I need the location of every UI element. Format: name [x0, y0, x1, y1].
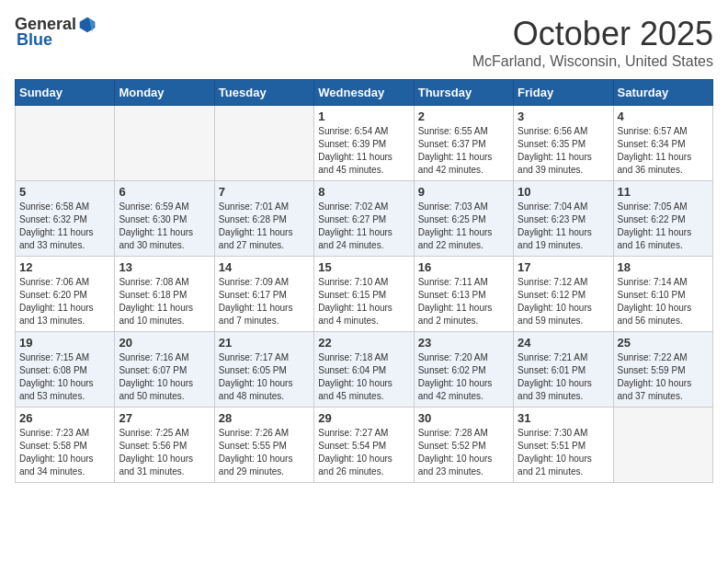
calendar-cell: 2Sunrise: 6:55 AM Sunset: 6:37 PM Daylig…	[414, 106, 513, 181]
calendar-cell	[613, 408, 712, 483]
calendar-cell: 5Sunrise: 6:58 AM Sunset: 6:32 PM Daylig…	[16, 181, 115, 257]
day-number: 19	[19, 336, 110, 350]
calendar-cell: 4Sunrise: 6:57 AM Sunset: 6:34 PM Daylig…	[613, 106, 712, 181]
calendar-cell: 15Sunrise: 7:10 AM Sunset: 6:15 PM Dayli…	[314, 257, 414, 332]
weekday-header: Saturday	[613, 80, 712, 106]
day-info: Sunrise: 7:04 AM Sunset: 6:23 PM Dayligh…	[518, 201, 609, 252]
day-number: 30	[418, 411, 509, 425]
day-number: 27	[119, 411, 210, 425]
day-number: 29	[318, 411, 409, 425]
day-number: 11	[618, 185, 709, 199]
day-number: 13	[119, 260, 210, 274]
day-number: 31	[518, 411, 609, 425]
day-info: Sunrise: 7:17 AM Sunset: 6:05 PM Dayligh…	[219, 351, 310, 403]
day-number: 18	[618, 260, 709, 274]
day-number: 4	[618, 109, 709, 123]
day-info: Sunrise: 7:12 AM Sunset: 6:12 PM Dayligh…	[518, 276, 609, 327]
day-info: Sunrise: 7:16 AM Sunset: 6:07 PM Dayligh…	[119, 351, 210, 403]
day-info: Sunrise: 7:18 AM Sunset: 6:04 PM Dayligh…	[318, 351, 409, 403]
calendar-cell: 13Sunrise: 7:08 AM Sunset: 6:18 PM Dayli…	[115, 257, 214, 332]
day-info: Sunrise: 7:21 AM Sunset: 6:01 PM Dayligh…	[518, 351, 609, 403]
calendar-table: SundayMondayTuesdayWednesdayThursdayFrid…	[15, 79, 713, 483]
weekday-header: Friday	[514, 80, 613, 106]
weekday-header: Wednesday	[314, 80, 414, 106]
day-number: 14	[219, 260, 310, 274]
day-info: Sunrise: 6:57 AM Sunset: 6:34 PM Dayligh…	[618, 125, 709, 177]
day-info: Sunrise: 6:56 AM Sunset: 6:35 PM Dayligh…	[518, 125, 609, 177]
calendar-cell: 22Sunrise: 7:18 AM Sunset: 6:04 PM Dayli…	[314, 332, 414, 408]
calendar-week-row: 5Sunrise: 6:58 AM Sunset: 6:32 PM Daylig…	[16, 181, 713, 257]
calendar-week-row: 19Sunrise: 7:15 AM Sunset: 6:08 PM Dayli…	[16, 332, 713, 408]
day-info: Sunrise: 6:58 AM Sunset: 6:32 PM Dayligh…	[19, 201, 110, 252]
calendar-cell: 24Sunrise: 7:21 AM Sunset: 6:01 PM Dayli…	[514, 332, 613, 408]
title-area: October 2025 McFarland, Wisconsin, Unite…	[472, 15, 713, 70]
calendar-cell: 7Sunrise: 7:01 AM Sunset: 6:28 PM Daylig…	[214, 181, 313, 257]
calendar-cell: 17Sunrise: 7:12 AM Sunset: 6:12 PM Dayli…	[514, 257, 613, 332]
day-number: 2	[418, 109, 509, 123]
day-info: Sunrise: 7:09 AM Sunset: 6:17 PM Dayligh…	[219, 276, 310, 327]
weekday-header: Thursday	[414, 80, 513, 106]
day-info: Sunrise: 7:27 AM Sunset: 5:54 PM Dayligh…	[318, 427, 409, 478]
calendar-cell: 27Sunrise: 7:25 AM Sunset: 5:56 PM Dayli…	[115, 408, 214, 483]
calendar-cell: 30Sunrise: 7:28 AM Sunset: 5:52 PM Dayli…	[414, 408, 513, 483]
day-info: Sunrise: 7:30 AM Sunset: 5:51 PM Dayligh…	[518, 427, 609, 478]
day-info: Sunrise: 7:08 AM Sunset: 6:18 PM Dayligh…	[119, 276, 210, 327]
calendar-week-row: 12Sunrise: 7:06 AM Sunset: 6:20 PM Dayli…	[16, 257, 713, 332]
calendar-cell: 20Sunrise: 7:16 AM Sunset: 6:07 PM Dayli…	[115, 332, 214, 408]
calendar-cell: 25Sunrise: 7:22 AM Sunset: 5:59 PM Dayli…	[613, 332, 712, 408]
day-info: Sunrise: 7:10 AM Sunset: 6:15 PM Dayligh…	[318, 276, 409, 327]
day-number: 8	[318, 185, 409, 199]
day-info: Sunrise: 7:02 AM Sunset: 6:27 PM Dayligh…	[318, 201, 409, 252]
day-info: Sunrise: 7:25 AM Sunset: 5:56 PM Dayligh…	[119, 427, 210, 478]
day-info: Sunrise: 7:03 AM Sunset: 6:25 PM Dayligh…	[418, 201, 509, 252]
calendar-cell: 16Sunrise: 7:11 AM Sunset: 6:13 PM Dayli…	[414, 257, 513, 332]
calendar-cell: 31Sunrise: 7:30 AM Sunset: 5:51 PM Dayli…	[514, 408, 613, 483]
calendar-cell: 11Sunrise: 7:05 AM Sunset: 6:22 PM Dayli…	[613, 181, 712, 257]
day-number: 15	[318, 260, 409, 274]
day-info: Sunrise: 7:15 AM Sunset: 6:08 PM Dayligh…	[19, 351, 110, 403]
day-number: 10	[518, 185, 609, 199]
day-info: Sunrise: 7:05 AM Sunset: 6:22 PM Dayligh…	[618, 201, 709, 252]
day-number: 23	[418, 336, 509, 350]
calendar-cell: 18Sunrise: 7:14 AM Sunset: 6:10 PM Dayli…	[613, 257, 712, 332]
calendar-cell	[214, 106, 313, 181]
day-info: Sunrise: 7:14 AM Sunset: 6:10 PM Dayligh…	[618, 276, 709, 327]
day-info: Sunrise: 7:11 AM Sunset: 6:13 PM Dayligh…	[418, 276, 509, 327]
calendar-cell: 12Sunrise: 7:06 AM Sunset: 6:20 PM Dayli…	[16, 257, 115, 332]
day-number: 6	[119, 185, 210, 199]
calendar-cell	[16, 106, 115, 181]
day-number: 12	[19, 260, 110, 274]
day-info: Sunrise: 7:01 AM Sunset: 6:28 PM Dayligh…	[219, 201, 310, 252]
day-info: Sunrise: 6:59 AM Sunset: 6:30 PM Dayligh…	[119, 201, 210, 252]
calendar-cell	[115, 106, 214, 181]
page-header: General Blue October 2025 McFarland, Wis…	[15, 15, 713, 70]
calendar-cell: 28Sunrise: 7:26 AM Sunset: 5:55 PM Dayli…	[214, 408, 313, 483]
calendar-cell: 3Sunrise: 6:56 AM Sunset: 6:35 PM Daylig…	[514, 106, 613, 181]
calendar-cell: 8Sunrise: 7:02 AM Sunset: 6:27 PM Daylig…	[314, 181, 414, 257]
day-number: 9	[418, 185, 509, 199]
calendar-cell: 19Sunrise: 7:15 AM Sunset: 6:08 PM Dayli…	[16, 332, 115, 408]
calendar-cell: 26Sunrise: 7:23 AM Sunset: 5:58 PM Dayli…	[16, 408, 115, 483]
day-number: 5	[19, 185, 110, 199]
day-number: 1	[318, 109, 409, 123]
calendar-week-row: 1Sunrise: 6:54 AM Sunset: 6:39 PM Daylig…	[16, 106, 713, 181]
calendar-cell: 29Sunrise: 7:27 AM Sunset: 5:54 PM Dayli…	[314, 408, 414, 483]
calendar-cell: 1Sunrise: 6:54 AM Sunset: 6:39 PM Daylig…	[314, 106, 414, 181]
calendar-cell: 23Sunrise: 7:20 AM Sunset: 6:02 PM Dayli…	[414, 332, 513, 408]
day-info: Sunrise: 6:54 AM Sunset: 6:39 PM Dayligh…	[318, 125, 409, 177]
calendar-cell: 14Sunrise: 7:09 AM Sunset: 6:17 PM Dayli…	[214, 257, 313, 332]
day-number: 20	[119, 336, 210, 350]
day-number: 28	[219, 411, 310, 425]
weekday-header: Tuesday	[214, 80, 313, 106]
day-number: 26	[19, 411, 110, 425]
day-number: 17	[518, 260, 609, 274]
day-number: 7	[219, 185, 310, 199]
calendar-cell: 9Sunrise: 7:03 AM Sunset: 6:25 PM Daylig…	[414, 181, 513, 257]
day-number: 25	[618, 336, 709, 350]
weekday-header: Sunday	[16, 80, 115, 106]
calendar-cell: 10Sunrise: 7:04 AM Sunset: 6:23 PM Dayli…	[514, 181, 613, 257]
day-number: 16	[418, 260, 509, 274]
day-info: Sunrise: 7:20 AM Sunset: 6:02 PM Dayligh…	[418, 351, 509, 403]
calendar-cell: 21Sunrise: 7:17 AM Sunset: 6:05 PM Dayli…	[214, 332, 313, 408]
calendar-cell: 6Sunrise: 6:59 AM Sunset: 6:30 PM Daylig…	[115, 181, 214, 257]
